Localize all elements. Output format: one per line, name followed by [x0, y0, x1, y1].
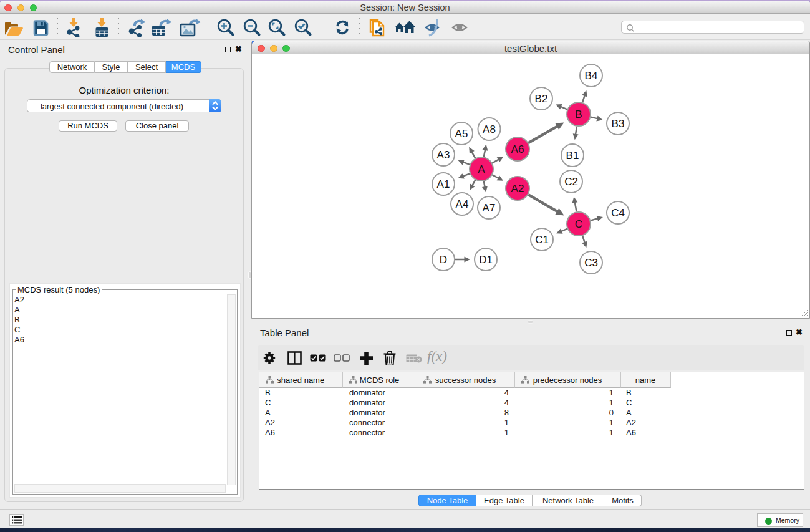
- svg-text:A8: A8: [483, 123, 496, 135]
- svg-text:B3: B3: [612, 118, 625, 130]
- svg-text:A4: A4: [456, 198, 469, 210]
- svg-text:A1: A1: [437, 178, 450, 190]
- svg-text:C3: C3: [584, 257, 598, 269]
- svg-text:D1: D1: [479, 254, 493, 266]
- svg-text:A: A: [478, 163, 485, 175]
- svg-text:A5: A5: [455, 128, 468, 140]
- svg-text:C4: C4: [611, 207, 625, 219]
- svg-text:C: C: [575, 218, 582, 230]
- svg-text:B2: B2: [535, 93, 548, 105]
- svg-text:D: D: [440, 254, 447, 266]
- svg-text:B4: B4: [585, 70, 598, 82]
- svg-text:C2: C2: [564, 176, 578, 188]
- svg-text:A6: A6: [511, 143, 524, 155]
- svg-text:A2: A2: [511, 183, 524, 195]
- svg-text:C1: C1: [535, 234, 549, 246]
- svg-text:B1: B1: [566, 150, 579, 162]
- svg-text:B: B: [575, 109, 582, 120]
- svg-text:A7: A7: [483, 202, 496, 214]
- svg-text:A3: A3: [437, 149, 450, 161]
